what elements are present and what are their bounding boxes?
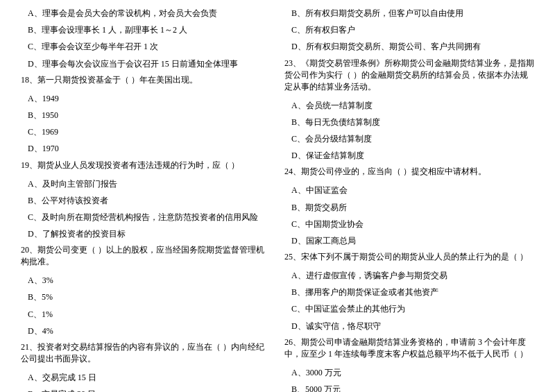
option-text: B、挪用客户的期货保证金或者其他资产	[284, 286, 534, 299]
option-text: A、会员统一结算制度	[284, 99, 534, 112]
option-text: C、中国期货业协会	[284, 218, 534, 231]
option-text: C、1969	[21, 126, 271, 139]
question-text: 18、第一只期货投资基金于（ ）年在美国出现。	[21, 74, 271, 86]
option-text: B、5000 万元	[284, 383, 534, 392]
question-text: 24、期货公司停业的，应当向（ ）提交相应中请材料。	[284, 166, 534, 178]
option-text: D、1970	[21, 142, 271, 155]
option-text: A、进行虚假宣传，诱骗客户参与期货交易	[284, 269, 534, 282]
option-text: A、中国证监会	[284, 184, 534, 197]
option-text: D、所有权归期货交易所、期货公司、客户共同拥有	[284, 40, 534, 53]
left-column: A、理事会是会员大会的常设机构，对会员大会负责B、理事会设理事长 1 人，副理事…	[21, 7, 271, 392]
option-text: C、理事会会议至少每半年召开 1 次	[21, 40, 271, 53]
option-text: B、公平对待该投资者	[21, 194, 271, 207]
option-text: A、3000 万元	[284, 366, 534, 380]
option-text: C、中国证监会禁止的其他行为	[284, 302, 534, 316]
option-text: D、4%	[21, 325, 271, 338]
option-text: A、及时向主管部门报告	[21, 178, 271, 191]
option-text: D、保证金结算制度	[284, 149, 534, 162]
two-column-layout: A、理事会是会员大会的常设机构，对会员大会负责B、理事会设理事长 1 人，副理事…	[21, 7, 534, 392]
question-text: 19、期货从业人员发现投资者有违法违规的行为时，应（ ）	[21, 160, 271, 171]
option-text: B、理事会设理事长 1 人，副理事长 1～2 人	[21, 24, 271, 37]
question-text: 26、期货公司申请金融期货结算业务资格的，申请前 3 个会计年度中，应至少 1 …	[284, 336, 534, 360]
option-text: B、5%	[21, 291, 271, 304]
option-text: B、期货交易所	[284, 201, 534, 214]
option-text: C、会员分级结算制度	[284, 133, 534, 146]
question-text: 21、投资者对交易结算报告的内容有异议的，应当在（ ）内向经纪公司提出书面异议。	[21, 341, 271, 365]
option-text: C、1%	[21, 308, 271, 321]
option-text: C、所有权归客户	[284, 24, 534, 37]
option-text: A、1949	[21, 92, 271, 105]
question-text: 20、期货公司变更（ ）以上的股权，应当经国务院期货监督管理机构批准。	[21, 244, 271, 268]
option-text: D、理事会每次会议应当于会议召开 15 日前通知全体理事	[21, 58, 271, 71]
option-text: D、了解投资者的投资目标	[21, 228, 271, 241]
option-text: D、诚实守信，恪尽职守	[284, 320, 534, 333]
question-text: 23、《期货交易管理条例》所称期货公司金融期货结算业务，是指期货公司作为实行（ …	[284, 58, 534, 93]
option-text: B、交易完成 30 日	[21, 388, 271, 392]
option-text: C、及时向所在期货经营机构报告，注意防范投资者的信用风险	[21, 211, 271, 224]
option-text: D、国家工商总局	[284, 235, 534, 248]
option-text: A、3%	[21, 274, 271, 287]
option-text: B、1950	[21, 109, 271, 122]
right-column: B、所有权归期货交易所，但客户可以自由使用C、所有权归客户D、所有权归期货交易所…	[284, 7, 534, 392]
option-text: A、理事会是会员大会的常设机构，对会员大会负责	[21, 7, 271, 20]
page-content: A、理事会是会员大会的常设机构，对会员大会负责B、理事会设理事长 1 人，副理事…	[21, 7, 534, 392]
option-text: A、交易完成 15 日	[21, 371, 271, 384]
question-text: 25、宋体下列不属于期货公司的期货从业人员的禁止行为的是（ ）	[284, 251, 534, 263]
option-text: B、每日无负债结算制度	[284, 116, 534, 129]
option-text: B、所有权归期货交易所，但客户可以自由使用	[284, 7, 534, 20]
